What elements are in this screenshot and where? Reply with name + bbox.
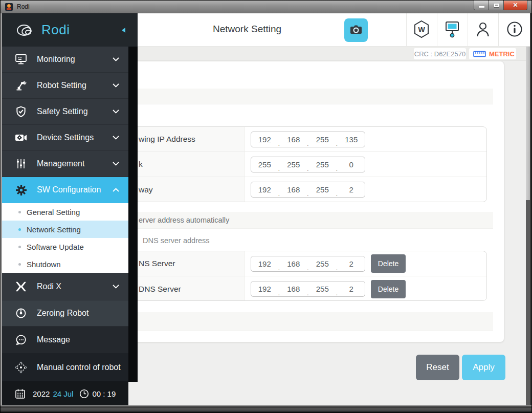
octet-field[interactable]: 2 xyxy=(338,256,365,271)
app-icon xyxy=(5,3,13,11)
preferred-dns-label: NS Server xyxy=(139,259,175,268)
sidebar-item-message[interactable]: Message xyxy=(1,327,128,353)
octet-field[interactable]: 255 xyxy=(280,157,307,172)
sidebar-item-rodi-x[interactable]: Rodi X xyxy=(1,273,128,300)
status-strip: CRC : D62E2570 METRIC xyxy=(138,47,531,61)
main-panel: Network Setting W xyxy=(138,13,531,405)
octet-field[interactable]: 0 xyxy=(338,157,365,172)
sidebar-item-management[interactable]: Management xyxy=(1,151,128,177)
sidebar-item-sw-configuration[interactable]: SW Configuration xyxy=(1,177,128,203)
close-button[interactable]: ✕ xyxy=(504,1,527,10)
octet-field[interactable]: 2 xyxy=(338,182,365,197)
octet-field[interactable]: 168 xyxy=(280,281,307,296)
sidebar-item-label: SW Configuration xyxy=(37,185,113,194)
ip-address-form: wing IP Address 192 168 255 135 k xyxy=(138,126,487,202)
date-day-month: 24 Jul xyxy=(53,389,73,398)
sidebar-item-label: Robot Setting xyxy=(37,81,113,90)
screenshot-camera-button[interactable] xyxy=(344,18,368,42)
octet-field[interactable]: 255 xyxy=(309,182,336,197)
crc-badge: CRC : D62E2570 xyxy=(414,48,466,59)
dns-auto-option-row[interactable]: erver address automatically xyxy=(138,212,493,229)
octet-field[interactable]: 192 xyxy=(251,281,278,296)
submenu-item-shutdown[interactable]: Shutdown xyxy=(1,255,128,273)
window-titlebar: Rodi ✕ xyxy=(1,1,531,13)
sidebar-item-robot-setting[interactable]: Robot Setting xyxy=(1,73,128,99)
octet-field[interactable]: 255 xyxy=(251,157,278,172)
chevron-down-icon xyxy=(113,83,119,88)
user-account-button[interactable] xyxy=(468,13,498,47)
network-status-button[interactable] xyxy=(437,13,468,47)
label-column: wing IP Address xyxy=(138,127,245,151)
octet-field[interactable]: 255 xyxy=(309,157,336,172)
sidebar-item-label: Zeroing Robot xyxy=(37,309,128,318)
device-camera-icon xyxy=(14,132,28,144)
octet-field[interactable]: 192 xyxy=(251,256,278,271)
sidebar-item-manual-control[interactable]: Manual control of robot xyxy=(1,353,128,381)
sidebar-item-zeroing-robot[interactable]: Zeroing Robot xyxy=(1,300,128,327)
workspace-hexagon-button[interactable]: W xyxy=(406,13,437,47)
metric-unit-badge[interactable]: METRIC xyxy=(469,48,516,59)
netmask-input[interactable]: 255 255 255 0 xyxy=(251,157,365,172)
delete-dns-button[interactable]: Delete xyxy=(371,254,406,273)
page-header: Network Setting W xyxy=(138,13,531,47)
sidebar-item-device-settings[interactable]: Device Settings xyxy=(1,125,128,151)
netmask-label: k xyxy=(139,160,143,169)
page-title: Network Setting xyxy=(213,24,281,35)
network-setting-content: wing IP Address 192 168 255 135 k xyxy=(138,61,531,405)
sidebar-item-label: Device Settings xyxy=(37,133,113,142)
app-window: Rodi ✕ Rodi Monitoring xyxy=(0,0,532,413)
octet-field[interactable]: 192 xyxy=(251,132,278,147)
window-right-border xyxy=(530,13,531,405)
vertical-scrollbar xyxy=(526,47,530,405)
octet-field[interactable]: 192 xyxy=(251,182,278,197)
octet-field[interactable]: 168 xyxy=(280,132,307,147)
minimize-icon xyxy=(479,6,484,8)
submenu-item-software-update[interactable]: Software Update xyxy=(1,238,128,255)
octet-field[interactable]: 168 xyxy=(280,182,307,197)
window-bottom-border xyxy=(1,405,531,412)
brand-name: Rodi xyxy=(41,22,70,38)
sidebar-item-safety-setting[interactable]: Safety Setting xyxy=(1,99,128,125)
unit-label: METRIC xyxy=(489,50,515,58)
chevron-down-icon xyxy=(113,110,119,114)
maximize-button[interactable] xyxy=(489,1,504,10)
octet-field[interactable]: 168 xyxy=(280,256,307,271)
minimize-button[interactable] xyxy=(474,1,489,10)
submenu-item-network-setting[interactable]: Network Setting xyxy=(1,221,128,238)
collapse-arrow-icon[interactable] xyxy=(122,28,125,33)
sidebar-item-label: Rodi X xyxy=(37,282,113,291)
octet-field[interactable]: 2 xyxy=(338,281,365,296)
octet-field[interactable]: 135 xyxy=(338,132,365,147)
apply-button[interactable]: Apply xyxy=(462,355,505,380)
sidebar-item-monitoring[interactable]: Monitoring xyxy=(1,47,128,73)
calendar-icon xyxy=(15,388,26,399)
ip-address-input[interactable]: 192 168 255 135 xyxy=(251,132,365,147)
ip-address-label: wing IP Address xyxy=(139,135,195,144)
scrollbar-thumb[interactable] xyxy=(526,47,530,200)
octet-field[interactable]: 255 xyxy=(309,132,336,147)
hexagon-w-icon: W xyxy=(413,20,430,40)
submenu-item-label: Software Update xyxy=(27,243,84,251)
info-button[interactable] xyxy=(498,13,531,47)
sw-configuration-submenu: General Setting Network Setting Software… xyxy=(1,203,128,273)
svg-text:W: W xyxy=(418,25,425,33)
submenu-item-general-setting[interactable]: General Setting xyxy=(1,203,128,221)
octet-field[interactable]: 255 xyxy=(309,256,336,271)
alternate-dns-input[interactable]: 192 168 255 2 xyxy=(251,281,365,297)
delete-dns-button[interactable]: Delete xyxy=(371,280,406,298)
submenu-item-label: General Setting xyxy=(27,208,80,216)
dns-server-form: NS Server 192 168 255 2 Delete DNS Serve… xyxy=(138,251,487,301)
chevron-down-icon xyxy=(113,136,119,140)
date-year: 2022 xyxy=(33,389,50,398)
gateway-input[interactable]: 192 168 255 2 xyxy=(251,182,365,198)
sidebar-item-label: Message xyxy=(37,335,128,344)
target-icon xyxy=(14,307,28,319)
dns-manual-option-row[interactable]: DNS server address xyxy=(138,230,493,251)
settings-card: wing IP Address 192 168 255 135 k xyxy=(138,61,504,342)
submenu-item-label: Shutdown xyxy=(27,260,61,269)
octet-field[interactable]: 255 xyxy=(309,281,336,296)
sidebar-item-label: Management xyxy=(37,159,113,168)
reset-button[interactable]: Reset xyxy=(416,355,459,380)
info-icon xyxy=(506,20,523,40)
preferred-dns-input[interactable]: 192 168 255 2 xyxy=(251,256,365,272)
